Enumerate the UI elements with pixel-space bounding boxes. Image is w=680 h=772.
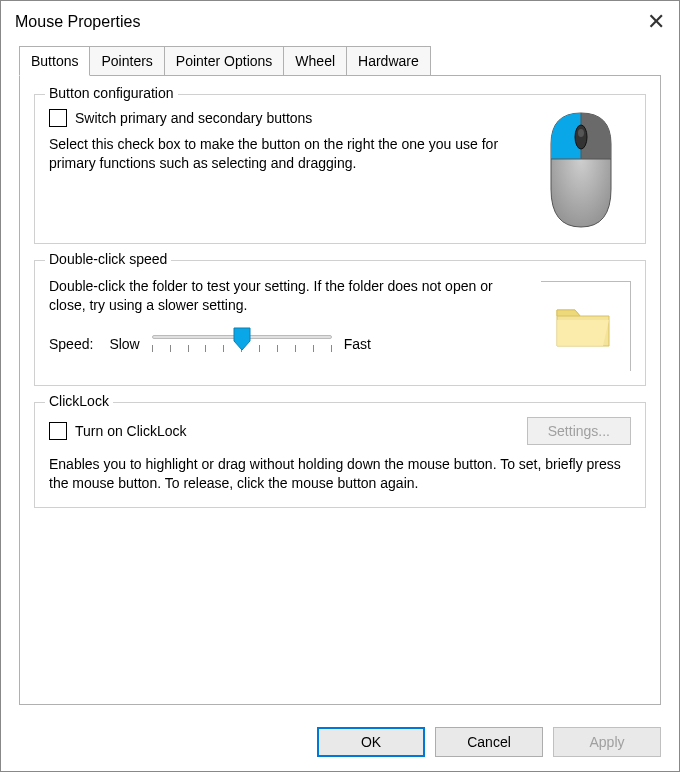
tab-pointer-options[interactable]: Pointer Options (164, 46, 285, 76)
tab-wheel[interactable]: Wheel (283, 46, 347, 76)
double-click-row: Double-click the folder to test your set… (49, 275, 631, 371)
fast-label: Fast (344, 336, 371, 352)
speed-slider[interactable] (152, 329, 332, 359)
group-title: ClickLock (45, 393, 113, 409)
apply-button: Apply (553, 727, 661, 757)
window-title: Mouse Properties (15, 13, 140, 31)
dialog-footer: OK Cancel Apply (1, 715, 679, 771)
button-config-row: Switch primary and secondary buttons Sel… (49, 109, 631, 229)
group-button-configuration: Button configuration Switch primary and … (34, 94, 646, 244)
switch-buttons-row: Switch primary and secondary buttons (49, 109, 521, 127)
tab-strip: Buttons Pointers Pointer Options Wheel H… (19, 45, 661, 75)
double-click-description: Double-click the folder to test your set… (49, 277, 521, 315)
mouse-icon (531, 109, 631, 229)
tab-hardware[interactable]: Hardware (346, 46, 431, 76)
slider-wrap: Slow (109, 329, 371, 359)
mouse-properties-window: Mouse Properties ✕ Buttons Pointers Poin… (0, 0, 680, 772)
tab-buttons[interactable]: Buttons (19, 46, 90, 76)
tab-pointers[interactable]: Pointers (89, 46, 164, 76)
group-clicklock: ClickLock Turn on ClickLock Settings... … (34, 402, 646, 508)
dialog-body: Buttons Pointers Pointer Options Wheel H… (1, 45, 679, 715)
switch-buttons-label: Switch primary and secondary buttons (75, 110, 312, 126)
speed-label: Speed: (49, 336, 93, 352)
folder-test-icon[interactable] (541, 281, 631, 371)
switch-buttons-checkbox[interactable] (49, 109, 67, 127)
clicklock-checkbox[interactable] (49, 422, 67, 440)
slider-thumb[interactable] (233, 327, 251, 351)
svg-point-3 (578, 129, 584, 137)
group-title: Button configuration (45, 85, 178, 101)
clicklock-label: Turn on ClickLock (75, 423, 187, 439)
ok-button[interactable]: OK (317, 727, 425, 757)
clicklock-checkbox-row: Turn on ClickLock (49, 422, 187, 440)
button-config-text: Switch primary and secondary buttons Sel… (49, 109, 531, 173)
tab-content: Button configuration Switch primary and … (19, 75, 661, 705)
close-icon[interactable]: ✕ (647, 11, 665, 33)
clicklock-top-row: Turn on ClickLock Settings... (49, 417, 631, 445)
group-title: Double-click speed (45, 251, 171, 267)
titlebar: Mouse Properties ✕ (1, 1, 679, 45)
double-click-text: Double-click the folder to test your set… (49, 275, 531, 359)
group-double-click-speed: Double-click speed Double-click the fold… (34, 260, 646, 386)
slow-label: Slow (109, 336, 139, 352)
cancel-button[interactable]: Cancel (435, 727, 543, 757)
speed-row: Speed: Slow (49, 329, 521, 359)
clicklock-description: Enables you to highlight or drag without… (49, 455, 631, 493)
button-config-description: Select this check box to make the button… (49, 135, 521, 173)
clicklock-settings-button: Settings... (527, 417, 631, 445)
